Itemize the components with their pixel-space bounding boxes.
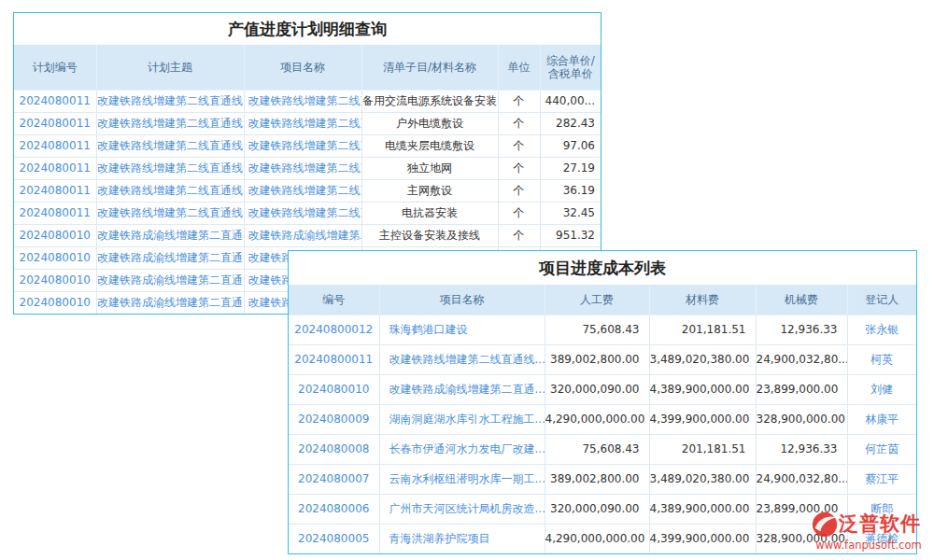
column-header: 项目名称: [244, 45, 361, 90]
table-cell: 个: [498, 134, 540, 157]
table-cell: 32.45: [540, 202, 601, 224]
cell-link[interactable]: 湖南洞庭湖水库引水工程施工...: [379, 404, 545, 434]
table-cell: 4,290,000,000.00: [545, 404, 649, 434]
cell-link[interactable]: 改建铁路成渝线增建第二直通...: [379, 374, 545, 404]
table-cell: 个: [498, 202, 540, 224]
table-row: 2024080011改建铁路线增建第二线直通线改建铁路线增建第二线直通线户外电缆…: [14, 112, 601, 134]
table-cell: 4,290,000,000.00: [545, 524, 649, 553]
cell-link[interactable]: 2024080007: [289, 464, 379, 494]
panel-title: 项目进度成本列表: [289, 251, 916, 285]
table-row: 2024080011改建铁路线增建第二线直通线改建铁路线增建第二线直通线电抗器安…: [14, 202, 601, 224]
table-row: 2024080011改建铁路线增建第二线直通线改建铁路线增建第二线直通线电缆夹层…: [14, 134, 601, 157]
table-cell: 主网敷设: [361, 179, 498, 202]
cell-link[interactable]: 长春市伊通河水力发电厂改建...: [379, 434, 545, 464]
cell-link[interactable]: 2024080011: [14, 90, 96, 112]
table-cell: 36.19: [540, 179, 601, 202]
table-row: 2024080007云南水利枢纽潜明水库一期工...389,002,800.00…: [289, 464, 916, 494]
table-cell: 951.32: [540, 224, 601, 246]
cell-link[interactable]: 改建铁路线增建第二线直通线: [96, 157, 244, 179]
table-row: 20240800012珠海鹤港口建设75,608.43201,181.5112,…: [289, 315, 916, 344]
cell-link[interactable]: 改建铁路线增建第二线直通线: [96, 179, 244, 202]
column-header: 登记人: [847, 285, 916, 315]
table-cell: 户外电缆敷设: [361, 112, 498, 134]
cell-link[interactable]: 2024080010: [14, 291, 96, 314]
cell-link[interactable]: 改建铁路线增建第二线直通线: [244, 179, 361, 202]
cell-link[interactable]: 20240800011: [289, 344, 379, 374]
table-cell: 个: [498, 224, 540, 246]
cell-link[interactable]: 蔡江平: [847, 464, 916, 494]
cell-link[interactable]: 2024080011: [14, 179, 96, 202]
cell-link[interactable]: 2024080011: [14, 202, 96, 224]
column-header: 材料费: [649, 285, 756, 315]
table-row: 2024080011改建铁路线增建第二线直通线改建铁路线增建第二线直通线独立地网…: [14, 157, 601, 179]
table-cell: 主控设备安装及接线: [361, 224, 498, 246]
column-header: 综合单价/含税单价: [540, 45, 601, 90]
table-row: 2024080010改建铁路成渝线增建第二直通改建铁路成渝线增建第二直通主控设备…: [14, 224, 601, 246]
table-cell: 4,389,900,000.00: [649, 374, 756, 404]
cell-link[interactable]: 改建铁路线增建第二线直通线: [244, 112, 361, 134]
cell-link[interactable]: 改建铁路线增建第二线直通线: [96, 134, 244, 157]
cell-link[interactable]: 2024080011: [14, 112, 96, 134]
cell-link[interactable]: 刘健: [847, 374, 916, 404]
cell-link[interactable]: 2024080006: [289, 494, 379, 524]
table-cell: 24,900,032,80...: [756, 464, 847, 494]
cell-link[interactable]: 2024080010: [14, 224, 96, 246]
cell-link[interactable]: 改建铁路线增建第二线直通线: [244, 202, 361, 224]
column-header: 机械费: [756, 285, 847, 315]
table-cell: 282.43: [540, 112, 601, 134]
cell-link[interactable]: 林康平: [847, 404, 916, 434]
table-cell: 440,00...: [540, 90, 601, 112]
table-cell: 320,000,090.00: [545, 374, 649, 404]
table-cell: 4,389,900,000.00: [649, 494, 756, 524]
cell-link[interactable]: 改建铁路线增建第二线直通线: [244, 157, 361, 179]
header-row: 计划编号计划主题项目名称清单子目/材料名称单位综合单价/含税单价: [14, 45, 601, 90]
cell-link[interactable]: 蒋德检: [847, 524, 916, 553]
table-cell: 328,900,000.00: [756, 404, 847, 434]
cell-link[interactable]: 改建铁路成渝线增建第二直通: [96, 224, 244, 246]
cell-link[interactable]: 2024080010: [14, 246, 96, 269]
cell-link[interactable]: 改建铁路线增建第二线直通线: [96, 202, 244, 224]
cell-link[interactable]: 2024080005: [289, 524, 379, 553]
column-header: 编号: [289, 285, 379, 315]
table-row: 2024080011改建铁路线增建第二线直通线改建铁路线增建第二线直通线备用交流…: [14, 90, 601, 112]
cell-link[interactable]: 2024080008: [289, 434, 379, 464]
cell-link[interactable]: 2024080009: [289, 404, 379, 434]
cell-link[interactable]: 改建铁路成渝线增建第二直通: [96, 246, 244, 269]
cell-link[interactable]: 20240800012: [289, 315, 379, 344]
cell-link[interactable]: 2024080010: [14, 269, 96, 291]
table-cell: 12,936.33: [756, 315, 847, 344]
cell-link[interactable]: 改建铁路线增建第二线直通线...: [379, 344, 545, 374]
table-row: 2024080009湖南洞庭湖水库引水工程施工...4,290,000,000.…: [289, 404, 916, 434]
table-cell: 23,899,000.00: [756, 494, 847, 524]
cost-list-table: 编号项目名称人工费材料费机械费登记人20240800012珠海鹤港口建设75,6…: [289, 285, 916, 553]
table-cell: 12,936.33: [756, 434, 847, 464]
table-row: 2024080006广州市天河区统计局机房改造...320,000,090.00…: [289, 494, 916, 524]
cell-link[interactable]: 青海洪湖养护院项目: [379, 524, 545, 553]
cell-link[interactable]: 改建铁路成渝线增建第二直通: [96, 291, 244, 314]
cell-link[interactable]: 2024080011: [14, 134, 96, 157]
table-cell: 个: [498, 157, 540, 179]
cell-link[interactable]: 改建铁路线增建第二线直通线: [244, 134, 361, 157]
cell-link[interactable]: 改建铁路成渝线增建第二直通: [96, 269, 244, 291]
cell-link[interactable]: 广州市天河区统计局机房改造...: [379, 494, 545, 524]
table-cell: 320,000,090.00: [545, 494, 649, 524]
panel-title: 产值进度计划明细查询: [14, 13, 601, 45]
cell-link[interactable]: 断郎: [847, 494, 916, 524]
cell-link[interactable]: 2024080011: [14, 157, 96, 179]
cell-link[interactable]: 张永银: [847, 315, 916, 344]
table-row: 2024080011改建铁路线增建第二线直通线改建铁路线增建第二线直通线主网敷设…: [14, 179, 601, 202]
cell-link[interactable]: 改建铁路线增建第二线直通线: [96, 112, 244, 134]
cell-link[interactable]: 改建铁路线增建第二线直通线: [96, 90, 244, 112]
cell-link[interactable]: 2024080010: [289, 374, 379, 404]
table-row: 20240800011改建铁路线增建第二线直通线...389,002,800.0…: [289, 344, 916, 374]
table-cell: 备用交流电源系统设备安装: [361, 90, 498, 112]
cell-link[interactable]: 珠海鹤港口建设: [379, 315, 545, 344]
column-header: 项目名称: [379, 285, 545, 315]
cell-link[interactable]: 何芷茵: [847, 434, 916, 464]
table-cell: 4,399,900,000.00: [649, 404, 756, 434]
cell-link[interactable]: 柯英: [847, 344, 916, 374]
cell-link[interactable]: 云南水利枢纽潜明水库一期工...: [379, 464, 545, 494]
cell-link[interactable]: 改建铁路成渝线增建第二直通: [244, 224, 361, 246]
cell-link[interactable]: 改建铁路线增建第二线直通线: [244, 90, 361, 112]
table-cell: 75,608.43: [545, 315, 649, 344]
